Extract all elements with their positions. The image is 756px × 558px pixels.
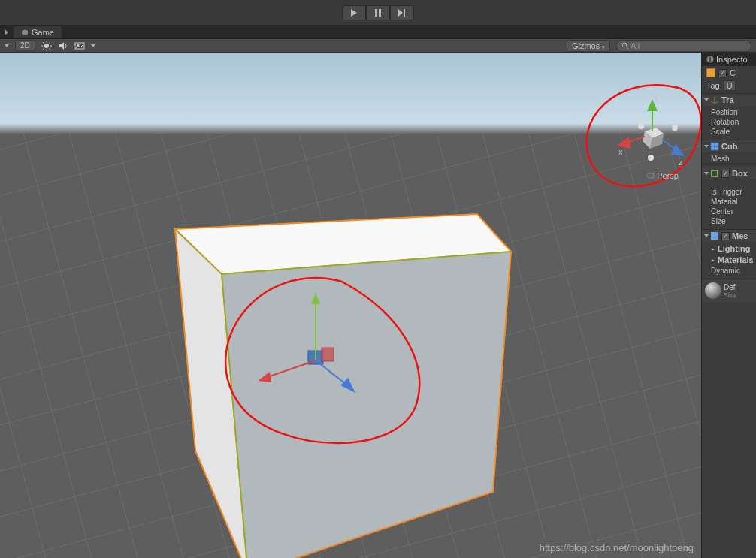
collider-icon bbox=[710, 169, 719, 178]
tab-label: Game bbox=[32, 28, 54, 37]
svg-marker-3 bbox=[398, 9, 403, 17]
svg-line-28 bbox=[265, 360, 316, 378]
foldout-icon bbox=[704, 98, 709, 101]
search-icon bbox=[621, 42, 628, 49]
tab-bar: Game bbox=[0, 26, 756, 39]
renderer-body: ▾Lighting ▾Materials Dynamic bbox=[702, 242, 756, 279]
info-icon: i bbox=[706, 56, 714, 63]
top-toolbar bbox=[0, 0, 756, 26]
svg-rect-55 bbox=[712, 170, 718, 176]
meshfilter-body: Mesh bbox=[702, 152, 756, 167]
transform-title: Tra bbox=[721, 95, 734, 104]
material-name: Def bbox=[724, 283, 736, 291]
play-button[interactable] bbox=[342, 5, 366, 20]
svg-marker-31 bbox=[340, 378, 355, 393]
projection-label[interactable]: Persp bbox=[646, 171, 679, 180]
move-gizmo[interactable] bbox=[252, 289, 380, 417]
lighting-label[interactable]: Lighting bbox=[718, 244, 750, 254]
collider-enabled-checkbox[interactable]: ✓ bbox=[721, 170, 730, 178]
effects-icon[interactable] bbox=[74, 41, 85, 51]
shader-label: Sha bbox=[724, 291, 736, 299]
center-label: Center bbox=[711, 207, 751, 216]
back-arrow-icon[interactable] bbox=[5, 29, 11, 35]
orientation-gizmo[interactable]: y x z bbox=[603, 90, 694, 180]
audio-icon[interactable] bbox=[58, 41, 68, 51]
svg-line-50 bbox=[711, 101, 715, 104]
scale-label: Scale bbox=[711, 127, 751, 137]
component-meshfilter[interactable]: Cub bbox=[702, 140, 756, 152]
svg-text:z: z bbox=[679, 158, 683, 167]
object-name[interactable]: C bbox=[730, 68, 736, 77]
component-collider[interactable]: ✓ Box bbox=[702, 167, 756, 179]
material-preview-icon bbox=[705, 282, 721, 299]
persp-icon bbox=[646, 173, 655, 179]
svg-point-44 bbox=[672, 125, 678, 131]
lighting-icon[interactable] bbox=[41, 41, 52, 51]
collider-body: Is Trigger Material Center Size bbox=[702, 179, 756, 229]
effects-dropdown-icon[interactable] bbox=[91, 44, 95, 47]
renderer-enabled-checkbox[interactable]: ✓ bbox=[721, 232, 730, 240]
component-renderer[interactable]: ✓ Mes bbox=[702, 229, 756, 242]
foldout-icon bbox=[704, 145, 709, 148]
2d-toggle[interactable]: 2D bbox=[15, 40, 35, 51]
watermark: https://blog.csdn.net/moonlightpeng bbox=[540, 542, 694, 553]
svg-rect-2 bbox=[379, 9, 381, 17]
search-placeholder: All bbox=[631, 41, 640, 50]
scene-view[interactable]: y x z Persp https://blog.csdn. bbox=[0, 53, 701, 558]
svg-line-11 bbox=[49, 48, 50, 50]
svg-rect-25 bbox=[322, 348, 334, 361]
renderer-title: Mes bbox=[732, 231, 748, 240]
svg-line-17 bbox=[626, 47, 628, 49]
inspector-panel: i Inspecto ✓ C Tag U Tra Position Rotati… bbox=[701, 53, 756, 558]
svg-line-12 bbox=[43, 48, 44, 50]
dropdown-icon[interactable] bbox=[5, 44, 9, 47]
collider-title: Box bbox=[732, 169, 748, 178]
tag-label: Tag bbox=[706, 81, 720, 90]
position-label: Position bbox=[711, 107, 751, 117]
meshfilter-title: Cub bbox=[721, 142, 737, 151]
transform-body: Position Rotation Scale bbox=[702, 106, 756, 140]
game-icon bbox=[21, 29, 29, 36]
object-header: ✓ C bbox=[702, 66, 756, 80]
svg-marker-27 bbox=[311, 293, 320, 304]
svg-rect-56 bbox=[711, 232, 718, 240]
rotation-label: Rotation bbox=[711, 117, 751, 127]
active-checkbox[interactable]: ✓ bbox=[718, 69, 727, 77]
svg-line-10 bbox=[43, 42, 44, 44]
component-transform[interactable]: Tra bbox=[702, 93, 756, 106]
foldout-icon bbox=[704, 234, 709, 237]
gizmos-dropdown[interactable]: Gizmos ▾ bbox=[567, 40, 610, 52]
svg-text:i: i bbox=[709, 56, 712, 63]
tab-game[interactable]: Game bbox=[14, 26, 62, 38]
material-slot[interactable]: Def Sha bbox=[702, 279, 756, 302]
foldout-icon bbox=[704, 172, 709, 175]
svg-line-13 bbox=[49, 42, 50, 44]
pause-icon bbox=[374, 9, 382, 17]
inspector-title: Inspecto bbox=[716, 55, 748, 64]
mesh-label: Mesh bbox=[711, 154, 751, 164]
main-area: y x z Persp https://blog.csdn. bbox=[0, 53, 756, 558]
material-label: Material bbox=[711, 197, 751, 207]
tag-dropdown[interactable]: U bbox=[724, 80, 736, 91]
scene-toolbar: 2D Gizmos ▾ All bbox=[0, 39, 756, 53]
svg-rect-4 bbox=[404, 9, 405, 17]
mesh-icon bbox=[710, 142, 719, 151]
cube-icon bbox=[706, 68, 715, 77]
transform-icon bbox=[710, 95, 719, 104]
svg-point-46 bbox=[648, 155, 654, 161]
step-button[interactable] bbox=[390, 5, 414, 20]
svg-line-51 bbox=[715, 101, 718, 104]
pause-button[interactable] bbox=[366, 5, 390, 20]
search-input[interactable]: All bbox=[616, 40, 751, 52]
svg-marker-42 bbox=[671, 144, 685, 156]
inspector-tab[interactable]: i Inspecto bbox=[702, 53, 756, 66]
svg-text:y: y bbox=[655, 92, 659, 101]
play-icon bbox=[350, 9, 358, 17]
materials-label[interactable]: Materials bbox=[718, 255, 754, 265]
renderer-icon bbox=[710, 231, 719, 240]
istrigger-label: Is Trigger bbox=[711, 187, 751, 197]
gizmos-label: Gizmos bbox=[572, 41, 600, 50]
svg-marker-0 bbox=[351, 9, 357, 17]
svg-point-45 bbox=[638, 123, 644, 129]
size-label: Size bbox=[711, 216, 751, 226]
